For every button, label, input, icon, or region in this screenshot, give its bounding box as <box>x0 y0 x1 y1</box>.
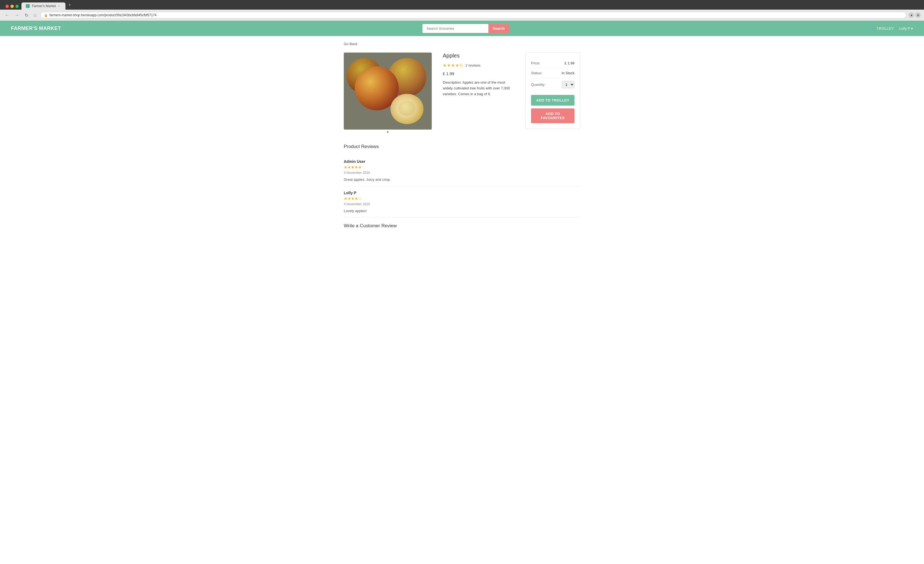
review-item-2: Lolly P ★★★★☆ 4 November 2020 Lovely app… <box>344 186 580 218</box>
review-date-2: 4 November 2020 <box>344 202 580 206</box>
apple-slice-inner-decoration <box>399 101 415 116</box>
add-to-favourites-button[interactable]: ADD TO FAVOURITES <box>531 108 574 123</box>
review-stars-2: ★★★★☆ <box>344 196 580 201</box>
lock-icon: 🔒 <box>44 14 48 17</box>
tab-close-button[interactable]: × <box>58 5 60 8</box>
user-name: Lolly P <box>900 26 910 30</box>
navbar-right: 🛒 TROLLEY Lolly P ▾ <box>870 26 913 30</box>
product-image-container <box>344 53 432 133</box>
search-form: Search <box>422 24 509 33</box>
product-details: Apples ★★★★½ 2 reviews £ 1.99 Descriptio… <box>443 53 514 133</box>
traffic-light-red[interactable] <box>6 5 9 8</box>
tab-title: Farmer's Market <box>32 4 56 8</box>
product-section: Apples ★★★★½ 2 reviews £ 1.99 Descriptio… <box>344 53 580 133</box>
navbar: FARMER'S MARKET Search 🛒 TROLLEY Lolly P… <box>0 21 924 36</box>
review-count: 2 reviews <box>465 63 480 68</box>
status-row: Status: In Stock <box>531 68 574 78</box>
address-bar[interactable]: 🔒 farmers-market-shop.herokuapp.com/prod… <box>40 12 906 18</box>
product-title: Apples <box>443 53 514 59</box>
reviewer-name-1: Admin User <box>344 159 580 164</box>
reviews-section: Product Reviews Admin User ★★★★★ 4 Novem… <box>344 144 580 229</box>
image-indicator <box>344 131 432 133</box>
trolley-icon: 🛒 <box>870 26 875 30</box>
dropdown-arrow-icon: ▾ <box>911 26 913 30</box>
search-button[interactable]: Search <box>488 24 509 33</box>
rating-stars: ★★★★½ <box>443 63 463 68</box>
forward-button[interactable]: → <box>13 12 21 18</box>
user-dropdown[interactable]: Lolly P ▾ <box>900 26 913 30</box>
reviewer-name-2: Lolly P <box>344 191 580 195</box>
product-price: £ 1.99 <box>443 71 514 76</box>
trolley-link[interactable]: 🛒 TROLLEY <box>870 26 894 30</box>
traffic-light-yellow[interactable] <box>10 5 14 8</box>
browser-toolbar: ← → ↻ ⌂ 🔒 farmers-market-shop.herokuapp.… <box>0 10 924 21</box>
product-image <box>344 53 432 129</box>
browser-chrome: Farmer's Market × + <box>0 0 924 10</box>
price-value: £ 1.99 <box>565 61 574 65</box>
back-button[interactable]: ← <box>3 12 11 18</box>
reviews-title: Product Reviews <box>344 144 580 149</box>
quantity-row: Quantity: 1 2 3 4 5 <box>531 78 574 91</box>
image-dot-1 <box>387 131 388 133</box>
search-input[interactable] <box>422 24 488 33</box>
product-actions: Price: £ 1.99 Status: In Stock Quantity:… <box>525 53 580 133</box>
browser-tab-active[interactable]: Farmer's Market × <box>21 3 66 10</box>
tab-favicon <box>26 4 30 8</box>
review-text-2: Lovely apples! <box>344 209 580 213</box>
trolley-label: TROLLEY <box>877 26 894 30</box>
quantity-label: Quantity: <box>531 83 545 87</box>
traffic-light-green[interactable] <box>15 5 19 8</box>
bookmark-icon[interactable]: ★ <box>909 12 914 18</box>
navbar-brand[interactable]: FARMER'S MARKET <box>11 26 61 32</box>
go-back-link[interactable]: Go Back <box>344 42 357 46</box>
status-value: In Stock <box>561 71 574 75</box>
write-review-title: Write a Customer Review <box>344 223 580 229</box>
home-button[interactable]: ⌂ <box>32 12 38 18</box>
quantity-select[interactable]: 1 2 3 4 5 <box>562 81 574 88</box>
page-content: Go Back Apples <box>338 36 586 564</box>
add-to-trolley-button[interactable]: ADD TO TROLLEY <box>531 95 574 106</box>
toolbar-icons: ★ ⚙ <box>909 12 921 18</box>
review-item: Admin User ★★★★★ 4 November 2020 Great a… <box>344 155 580 186</box>
status-label: Status: <box>531 71 542 75</box>
new-tab-button[interactable]: + <box>66 2 74 10</box>
actions-box: Price: £ 1.99 Status: In Stock Quantity:… <box>525 53 580 129</box>
product-description: Description: Apples are one of the most … <box>443 80 514 97</box>
review-text-1: Great apples. Juicy and crisp. <box>344 177 580 182</box>
reload-button[interactable]: ↻ <box>23 12 30 18</box>
price-row: Price: £ 1.99 <box>531 58 574 68</box>
review-stars-1: ★★★★★ <box>344 165 580 170</box>
url-display: farmers-market-shop.herokuapp.com/produc… <box>50 13 903 17</box>
extensions-icon[interactable]: ⚙ <box>915 12 921 18</box>
price-label: Price: <box>531 61 540 65</box>
review-date-1: 4 November 2020 <box>344 171 580 175</box>
product-rating: ★★★★½ 2 reviews <box>443 63 514 68</box>
